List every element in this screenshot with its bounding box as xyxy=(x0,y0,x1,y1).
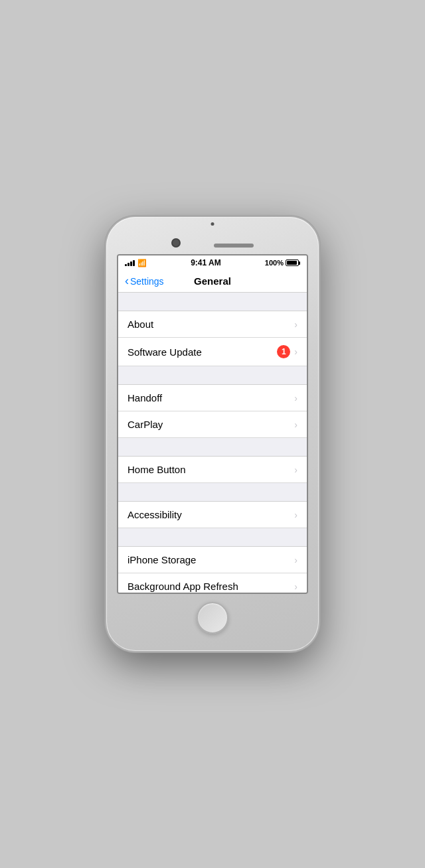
list-item-background-app-refresh[interactable]: Background App Refresh › xyxy=(118,573,307,594)
battery-icon xyxy=(286,259,300,266)
iphone-storage-chevron-icon: › xyxy=(294,555,298,565)
software-update-label: Software Update xyxy=(128,346,202,358)
battery-percent: 100% xyxy=(265,259,284,267)
signal-bar-3 xyxy=(130,261,132,266)
phone-device: 📶 9:41 AM 100% ‹ Settings General xyxy=(106,217,319,651)
list-item-carplay[interactable]: CarPlay › xyxy=(118,411,307,438)
home-button-chevron-icon: › xyxy=(294,465,298,475)
signal-bar-2 xyxy=(128,263,129,266)
status-bar: 📶 9:41 AM 100% xyxy=(118,255,307,270)
wifi-icon: 📶 xyxy=(137,259,147,267)
signal-bar-1 xyxy=(125,264,127,266)
home-button-label: Home Button xyxy=(128,464,186,475)
accessibility-right: › xyxy=(294,510,298,520)
section-gap-top xyxy=(118,293,307,311)
signal-bar-4 xyxy=(133,260,135,266)
about-label: About xyxy=(128,319,153,330)
list-item-iphone-storage[interactable]: iPhone Storage › xyxy=(118,547,307,573)
status-left: 📶 xyxy=(125,259,147,267)
settings-list: About › Software Update 1 › Handoff › xyxy=(118,293,307,594)
home-button-physical[interactable] xyxy=(197,602,228,634)
iphone-storage-label: iPhone Storage xyxy=(128,554,196,565)
signal-bars xyxy=(125,260,135,266)
carplay-label: CarPlay xyxy=(128,419,163,430)
background-app-refresh-chevron-icon: › xyxy=(294,581,298,592)
battery-body xyxy=(286,259,299,266)
list-item-handoff[interactable]: Handoff › xyxy=(118,385,307,411)
section-gap-4 xyxy=(118,483,307,502)
list-item-home-button[interactable]: Home Button › xyxy=(118,457,307,483)
list-item-about[interactable]: About › xyxy=(118,311,307,338)
front-camera xyxy=(171,238,181,248)
status-right: 100% xyxy=(265,259,300,267)
handoff-label: Handoff xyxy=(128,392,162,403)
back-label: Settings xyxy=(130,276,164,287)
top-speaker xyxy=(211,222,214,226)
handoff-chevron-icon: › xyxy=(294,393,298,403)
software-update-right: 1 › xyxy=(277,345,298,358)
list-item-software-update[interactable]: Software Update 1 › xyxy=(118,338,307,366)
phone-screen: 📶 9:41 AM 100% ‹ Settings General xyxy=(117,254,308,594)
home-button-right: › xyxy=(294,465,298,475)
back-chevron-icon: ‹ xyxy=(125,274,129,288)
nav-bar: ‹ Settings General xyxy=(118,270,307,293)
carplay-right: › xyxy=(294,419,298,430)
page-title: General xyxy=(194,275,231,287)
software-update-badge: 1 xyxy=(277,345,290,358)
iphone-storage-right: › xyxy=(294,555,298,565)
status-time: 9:41 AM xyxy=(191,258,221,267)
about-chevron-icon: › xyxy=(294,319,298,330)
section-gap-2 xyxy=(118,366,307,385)
background-app-refresh-right: › xyxy=(294,581,298,592)
section-gap-3 xyxy=(118,438,307,457)
accessibility-label: Accessibility xyxy=(128,509,182,520)
battery-tip xyxy=(299,261,300,265)
back-button[interactable]: ‹ Settings xyxy=(125,274,164,288)
background-app-refresh-label: Background App Refresh xyxy=(128,581,238,592)
phone-bottom xyxy=(197,594,228,634)
about-right: › xyxy=(294,319,298,330)
battery-fill xyxy=(287,261,297,265)
list-item-accessibility[interactable]: Accessibility › xyxy=(118,502,307,528)
accessibility-chevron-icon: › xyxy=(294,510,298,520)
phone-top xyxy=(106,217,319,248)
speaker-grille xyxy=(214,244,254,248)
section-gap-5 xyxy=(118,528,307,547)
handoff-right: › xyxy=(294,393,298,403)
software-update-chevron-icon: › xyxy=(294,346,298,357)
carplay-chevron-icon: › xyxy=(294,419,298,430)
